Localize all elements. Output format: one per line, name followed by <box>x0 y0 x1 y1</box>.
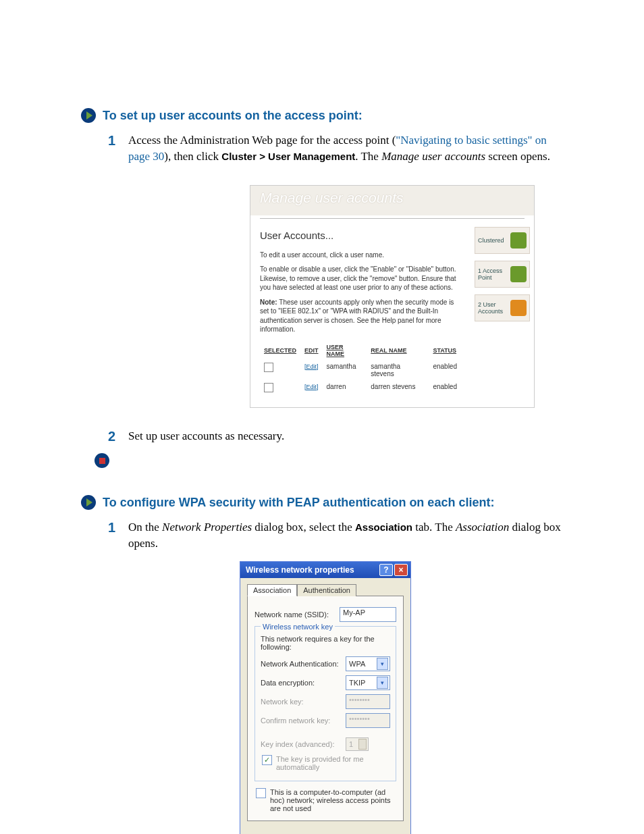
wireless-key-legend: Wireless network key <box>261 623 335 631</box>
wireless-network-properties-dialog: Wireless network properties ? × Associat… <box>240 561 411 834</box>
step-number-2: 2 <box>108 429 119 444</box>
stop-icon <box>95 453 109 468</box>
ua-p2: To enable or disable a user, click the "… <box>260 265 461 292</box>
cell-real: darren stevens <box>367 380 429 396</box>
edit-link[interactable]: [Edit] <box>304 384 319 390</box>
chevron-down-icon[interactable]: ▾ <box>377 658 388 670</box>
network-key-input: •••••••• <box>346 694 390 709</box>
cell-status: enabled <box>429 380 461 396</box>
tab-association[interactable]: Association <box>247 584 297 596</box>
key-index-value: 1 <box>349 740 353 748</box>
cell-user[interactable]: samantha <box>323 360 367 380</box>
auto-key-checkbox: ✓ <box>262 755 272 765</box>
legend-subtext: This network requires a key for the foll… <box>261 635 390 651</box>
ua-p3: Note: These user accounts apply only whe… <box>260 298 461 334</box>
close-icon[interactable]: × <box>394 564 408 576</box>
side-clustered-label: Clustered <box>478 237 504 244</box>
step1-text-a: Access the Administration Web page for t… <box>128 134 396 147</box>
step1-text-b: ), then click <box>164 150 221 163</box>
manage-user-accounts-screenshot: Manage user accounts User Accounts... To… <box>250 185 535 408</box>
step1-text-d: screen opens. <box>485 150 550 163</box>
section2-step1-body: On the Network Properties dialog box, se… <box>128 519 570 552</box>
network-key-label: Network key: <box>261 698 342 706</box>
step-number-1: 1 <box>108 134 119 165</box>
net-auth-value: WPA <box>349 660 365 668</box>
data-enc-select[interactable]: TKIP ▾ <box>346 675 390 690</box>
chevron-down-icon[interactable]: ▾ <box>377 677 388 689</box>
user-accounts-table: Selected Edit User Name Real Name Status… <box>260 341 461 396</box>
play-icon <box>81 495 96 510</box>
s2-italic2: Association <box>456 521 509 533</box>
th-edit[interactable]: Edit <box>300 341 323 360</box>
row-checkbox[interactable] <box>264 383 273 392</box>
shot1-title: Manage user accounts <box>260 190 525 206</box>
step1-body: Access the Administration Web page for t… <box>128 132 570 165</box>
confirm-key-input: •••••••• <box>346 713 390 728</box>
step2-body: Set up user accounts as necessary. <box>128 428 284 444</box>
row-checkbox[interactable] <box>264 363 273 372</box>
section1-title: To set up user accounts on the access po… <box>103 109 363 123</box>
cluster-icon <box>510 232 527 249</box>
step1-bold: Cluster > User Management <box>221 151 355 162</box>
s2-text-c: tab. The <box>412 521 456 533</box>
cell-user[interactable]: darren <box>323 380 367 396</box>
ssid-label: Network name (SSID): <box>254 610 336 619</box>
help-icon[interactable]: ? <box>379 564 393 576</box>
th-real[interactable]: Real Name <box>367 341 429 360</box>
ua-note-label: Note: <box>260 298 279 306</box>
table-row: [Edit] darren darren stevens enabled <box>260 380 461 396</box>
adhoc-label: This is a computer-to-computer (ad hoc) … <box>270 788 395 812</box>
key-index-label: Key index (advanced): <box>261 740 342 748</box>
step1-text-c: . The <box>355 150 381 163</box>
side-users-label: 2 UserAccounts <box>478 301 503 315</box>
data-enc-label: Data encryption: <box>261 679 342 687</box>
th-user[interactable]: User Name <box>323 341 367 360</box>
step-number-1: 1 <box>108 521 119 552</box>
key-index-stepper: 1 <box>346 737 369 751</box>
ua-p1: To edit a user account, click a user nam… <box>260 251 461 260</box>
side-clustered[interactable]: Clustered <box>475 227 530 254</box>
confirm-key-label: Confirm network key: <box>261 716 342 725</box>
cell-status: enabled <box>429 360 461 380</box>
s2-bold: Association <box>355 521 412 533</box>
dialog-title: Wireless network properties <box>246 565 354 575</box>
net-auth-label: Network Authentication: <box>261 660 342 668</box>
section2-title: To configure WPA security with PEAP auth… <box>103 496 494 510</box>
th-selected[interactable]: Selected <box>260 341 300 360</box>
association-panel: Network name (SSID): My-AP Wireless netw… <box>247 596 404 821</box>
side-ap-label: 1 AccessPoint <box>478 267 502 281</box>
play-icon <box>81 108 96 123</box>
cell-real: samantha stevens <box>367 360 429 380</box>
adhoc-checkbox[interactable] <box>256 788 266 798</box>
side-access-point[interactable]: 1 AccessPoint <box>475 261 530 288</box>
net-auth-select[interactable]: WPA ▾ <box>346 656 390 671</box>
s2-italic1: Network Properties <box>162 521 252 533</box>
s2-text-b: dialog box, select the <box>252 521 355 533</box>
data-enc-value: TKIP <box>349 679 365 687</box>
table-row: [Edit] samantha samantha stevens enabled <box>260 360 461 380</box>
access-point-icon <box>510 266 527 282</box>
users-icon <box>510 300 527 316</box>
th-status[interactable]: Status <box>429 341 461 360</box>
spinner-icon <box>358 739 367 750</box>
step1-italic: Manage user accounts <box>381 150 485 163</box>
edit-link[interactable]: [Edit] <box>304 363 319 370</box>
ua-note-text: These user accounts apply only when the … <box>260 298 454 334</box>
auto-key-label: The key is provided for me automatically <box>276 755 389 771</box>
tab-authentication[interactable]: Authentication <box>297 584 356 596</box>
ssid-input[interactable]: My-AP <box>340 607 396 622</box>
side-user-accounts[interactable]: 2 UserAccounts <box>475 294 530 321</box>
user-accounts-heading: User Accounts... <box>260 230 461 241</box>
s2-text-a: On the <box>128 521 162 533</box>
